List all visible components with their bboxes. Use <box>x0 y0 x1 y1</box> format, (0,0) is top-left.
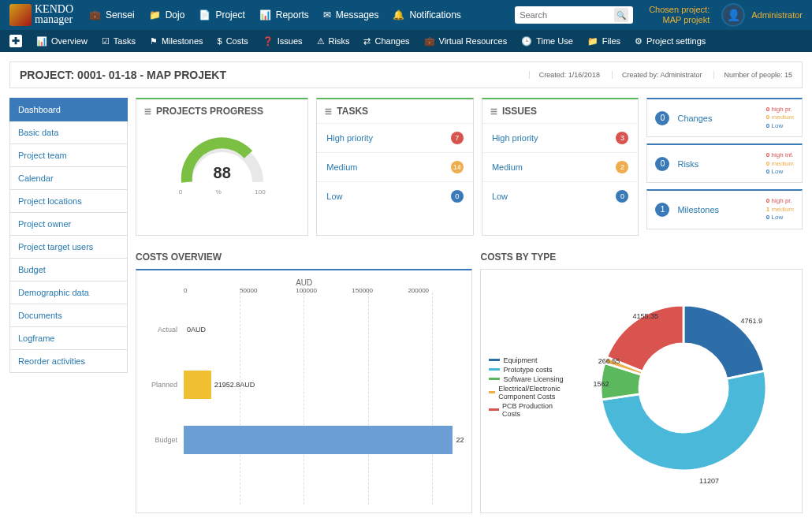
subnav-project-settings[interactable]: ⚙Project settings <box>635 36 706 47</box>
topnav-reports[interactable]: 📊Reports <box>259 9 309 20</box>
priority-link[interactable]: Low <box>326 192 342 201</box>
slice-label: 4155.35 <box>633 312 659 320</box>
priority-link[interactable]: High priority <box>326 133 373 143</box>
topnav-sensei[interactable]: 💼Sensei <box>89 9 135 20</box>
section-title: COSTS OVERVIEW <box>136 245 472 269</box>
sidebar-item-project-team[interactable]: Project team <box>9 144 128 167</box>
chart-icon: 📊 <box>36 36 47 47</box>
gear-icon: ⚙ <box>635 36 643 47</box>
folder-icon: 📁 <box>587 36 598 47</box>
subnav-time-use[interactable]: 🕒Time Use <box>521 36 573 47</box>
priority-link[interactable]: Medium <box>326 162 357 172</box>
task-row: High priority7 <box>317 123 473 152</box>
sidebar-item-project-target-users[interactable]: Project target users <box>9 236 128 259</box>
slice-label: 1562 <box>593 380 609 388</box>
sidebar-item-dashboard[interactable]: Dashboard <box>9 98 128 121</box>
sidebar-item-documents[interactable]: Documents <box>9 304 128 327</box>
search-input[interactable] <box>520 10 614 20</box>
flag-icon: ⚑ <box>150 36 158 47</box>
priority-link[interactable]: High priority <box>492 133 538 143</box>
sidebar-item-logframe[interactable]: Logframe <box>9 327 128 350</box>
card-issues: ☰ISSUES High priority3Medium2Low0 <box>482 98 639 236</box>
legend-item: Prototype costs <box>489 366 565 374</box>
sidebar-item-calendar[interactable]: Calendar <box>9 167 128 190</box>
mini-cards: 0Changes0 high pr.0 medium0 Low0Risks0 h… <box>646 98 803 236</box>
section-title: COSTS BY TYPE <box>480 245 803 269</box>
subnav-tasks[interactable]: ☑Tasks <box>102 36 136 47</box>
mini-stats: 0 high pr.0 medium0 Low <box>766 106 794 130</box>
donut-chart: EquipmentPrototype costsSoftware Licensi… <box>480 269 803 513</box>
add-button[interactable]: ✚ <box>9 35 22 47</box>
card-title: ISSUES <box>502 106 537 117</box>
mini-card-risks: 0Risks0 high inf.0 medium0 Low <box>646 143 803 183</box>
bar-value: 22 <box>456 436 464 444</box>
subnav-files[interactable]: 📁Files <box>587 36 620 47</box>
costs-by-type-section: COSTS BY TYPE EquipmentPrototype costsSo… <box>480 245 803 513</box>
slice-label: 11207 <box>699 477 719 485</box>
sidebar-item-demographic-data[interactable]: Demographic data <box>9 281 128 304</box>
bar-fill <box>184 371 211 399</box>
costs-overview-section: COSTS OVERVIEW AUD 050000100000150000200… <box>136 245 472 513</box>
count-badge: 7 <box>451 132 464 144</box>
search-button[interactable]: 🔍 <box>614 8 628 22</box>
subnav-milestones[interactable]: ⚑Milestones <box>150 36 203 47</box>
issue-row: High priority3 <box>482 123 639 152</box>
card-title: TASKS <box>337 106 368 117</box>
topnav-dojo[interactable]: 📁Dojo <box>149 9 185 20</box>
menu-icon: ☰ <box>325 107 332 116</box>
chosen-project: Chosen project: MAP projekt <box>649 5 710 25</box>
subnav-changes[interactable]: ⇄Changes <box>363 36 409 47</box>
page-title: PROJECT: 0001- 01-18 - MAP PROJEKT <box>20 69 529 81</box>
envelope-icon: ✉ <box>323 9 331 20</box>
mini-link[interactable]: Risks <box>677 159 765 169</box>
legend-item: Electrical/Electronic Component Costs <box>489 385 565 401</box>
avatar[interactable]: 👤 <box>721 3 745 27</box>
exchange-icon: ⇄ <box>363 36 371 47</box>
clock-icon: 🕒 <box>521 36 532 47</box>
mini-link[interactable]: Milestones <box>677 205 765 214</box>
top-nav: 💼Sensei📁Dojo📄Project📊Reports✉Messages🔔No… <box>89 9 515 20</box>
priority-link[interactable]: Medium <box>492 162 523 172</box>
slice-label: 4761.9 <box>740 317 762 325</box>
topnav-notifications[interactable]: 🔔Notifications <box>393 9 460 20</box>
bar-fill <box>184 426 453 454</box>
folder-icon: 📁 <box>149 9 161 20</box>
bar-label: Budget <box>144 436 184 444</box>
count-badge: 0 <box>655 157 669 171</box>
sidebar-item-basic-data[interactable]: Basic data <box>9 121 128 144</box>
subnav-virtual-resources[interactable]: 💼Virtual Resources <box>424 36 508 47</box>
subnav-overview[interactable]: 📊Overview <box>36 36 88 47</box>
chart-icon: 📊 <box>259 9 271 20</box>
legend-swatch <box>489 378 500 380</box>
legend-item: Software Licensing <box>489 375 565 383</box>
topnav-project[interactable]: 📄Project <box>199 9 244 20</box>
dollar-icon: $ <box>218 36 222 46</box>
subnav-issues[interactable]: ❓Issues <box>263 36 303 47</box>
search-box[interactable]: 🔍 <box>515 6 633 24</box>
sidebar-item-reorder-activities[interactable]: Reorder activities <box>9 350 128 373</box>
sidebar-item-project-locations[interactable]: Project locations <box>9 190 128 213</box>
menu-icon: ☰ <box>490 107 497 116</box>
issue-row: Medium2 <box>482 152 639 181</box>
slice-label: 266.55 <box>598 357 620 365</box>
bell-icon: 🔔 <box>393 9 404 20</box>
priority-link[interactable]: Low <box>492 192 508 201</box>
count-badge: 2 <box>616 161 628 173</box>
card-progress: ☰PROJECTS PROGRESS 88 0 % 100 <box>136 98 308 236</box>
count-badge: 0 <box>451 190 464 203</box>
search-icon: 🔍 <box>616 11 626 20</box>
subnav-risks[interactable]: ⚠Risks <box>317 36 350 47</box>
project-meta-item: Created by: Administrator <box>612 71 702 79</box>
sidebar-item-project-owner[interactable]: Project owner <box>9 213 128 236</box>
admin-area[interactable]: 👤 Administrator <box>721 3 803 27</box>
mini-link[interactable]: Changes <box>677 114 765 123</box>
sidebar-item-budget[interactable]: Budget <box>9 259 128 281</box>
subnav-costs[interactable]: $Costs <box>218 36 248 47</box>
card-tasks: ☰TASKS High priority7Medium14Low0 <box>316 98 474 236</box>
bar-row: Budget22 <box>144 412 464 468</box>
project-header: PROJECT: 0001- 01-18 - MAP PROJEKT Creat… <box>9 61 803 88</box>
count-badge: 0 <box>655 111 669 125</box>
mini-stats: 0 high pr.1 medium0 Low <box>766 197 794 222</box>
topnav-messages[interactable]: ✉Messages <box>323 9 379 20</box>
logo[interactable]: KENDO manager <box>9 4 73 26</box>
